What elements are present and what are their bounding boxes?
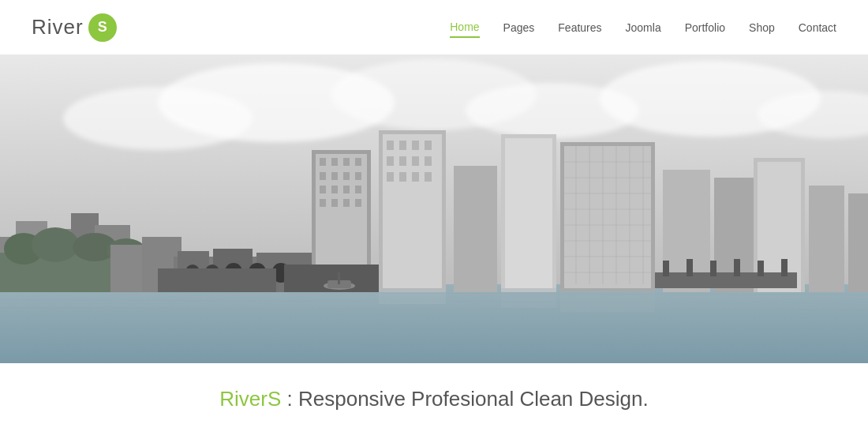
svg-rect-103 xyxy=(560,288,655,312)
hero-section xyxy=(0,55,868,363)
nav-item-joomla[interactable]: Joomla xyxy=(626,18,661,37)
svg-rect-95 xyxy=(734,259,740,276)
nav-item-pages[interactable]: Pages xyxy=(503,18,535,37)
header: River S HomePagesFeaturesJoomlaPortfolio… xyxy=(0,0,868,55)
svg-rect-100 xyxy=(338,272,340,284)
svg-rect-91 xyxy=(655,272,797,288)
svg-rect-52 xyxy=(387,141,394,150)
svg-point-18 xyxy=(32,227,79,262)
svg-rect-42 xyxy=(320,186,326,193)
svg-rect-61 xyxy=(399,172,406,182)
svg-rect-58 xyxy=(412,156,419,166)
svg-rect-101 xyxy=(379,288,446,304)
svg-rect-63 xyxy=(425,172,432,182)
svg-rect-39 xyxy=(331,172,338,180)
svg-rect-97 xyxy=(781,259,788,276)
nav-item-home[interactable]: Home xyxy=(450,17,479,38)
svg-rect-35 xyxy=(331,158,338,166)
svg-rect-47 xyxy=(331,199,338,207)
svg-rect-96 xyxy=(758,261,764,276)
logo-text: River xyxy=(32,15,84,39)
tagline-text: : Responsive Profesional Clean Design. xyxy=(281,387,648,411)
svg-rect-44 xyxy=(343,186,350,193)
svg-rect-40 xyxy=(343,172,350,180)
svg-rect-53 xyxy=(399,141,406,150)
tagline-brand: RiverS xyxy=(219,387,281,411)
svg-rect-62 xyxy=(412,172,419,182)
svg-rect-43 xyxy=(331,186,338,193)
svg-rect-41 xyxy=(355,172,361,180)
svg-rect-102 xyxy=(501,288,556,308)
svg-rect-55 xyxy=(425,141,432,150)
svg-rect-56 xyxy=(387,156,394,166)
svg-rect-68 xyxy=(564,146,651,288)
svg-rect-59 xyxy=(425,156,432,166)
svg-rect-57 xyxy=(399,156,406,166)
svg-rect-87 xyxy=(809,186,844,292)
svg-rect-34 xyxy=(320,158,326,166)
svg-rect-66 xyxy=(505,138,552,288)
svg-rect-92 xyxy=(663,261,669,276)
svg-rect-88 xyxy=(848,193,868,292)
nav-item-shop[interactable]: Shop xyxy=(749,18,775,37)
svg-rect-54 xyxy=(412,141,419,150)
tagline-section: RiverS : Responsive Profesional Clean De… xyxy=(0,363,868,419)
svg-rect-60 xyxy=(387,172,394,182)
svg-rect-64 xyxy=(454,166,497,292)
logo: River S xyxy=(32,13,117,42)
svg-rect-93 xyxy=(687,259,693,276)
main-nav: HomePagesFeaturesJoomlaPortfolioShopCont… xyxy=(450,17,836,38)
svg-rect-46 xyxy=(320,199,326,207)
nav-item-features[interactable]: Features xyxy=(558,18,601,37)
svg-rect-45 xyxy=(355,186,361,193)
svg-rect-38 xyxy=(320,172,326,180)
svg-rect-36 xyxy=(343,158,350,166)
nav-item-contact[interactable]: Contact xyxy=(799,18,836,37)
logo-badge: S xyxy=(88,13,117,42)
svg-rect-94 xyxy=(710,261,716,276)
svg-rect-37 xyxy=(355,158,361,166)
svg-rect-48 xyxy=(343,199,350,207)
nav-item-portfolio[interactable]: Portfolio xyxy=(685,18,725,37)
svg-rect-89 xyxy=(158,268,276,292)
svg-rect-49 xyxy=(355,199,361,207)
